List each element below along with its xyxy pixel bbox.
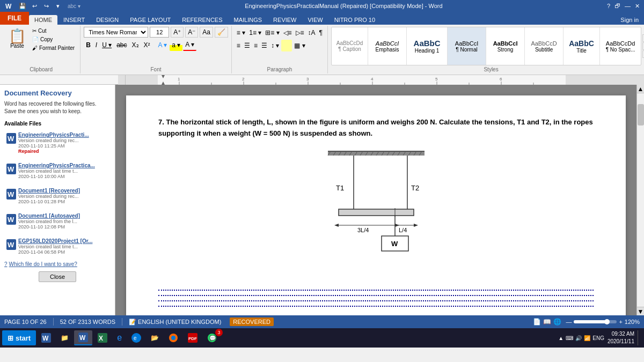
increase-font-btn[interactable]: A⁺ bbox=[171, 27, 184, 38]
file-item-3[interactable]: W Document1 [Recovered] Version created … bbox=[4, 186, 111, 206]
subscript-button[interactable]: X₂ bbox=[130, 39, 141, 51]
style-caption[interactable]: AaBbCcDd ¶ Caption bbox=[332, 27, 368, 65]
taskbar-excel[interactable]: X bbox=[93, 330, 112, 345]
strikethrough-button[interactable]: abc bbox=[114, 39, 129, 51]
tab-file[interactable]: FILE bbox=[0, 12, 29, 25]
close-recovery-btn[interactable]: Close bbox=[39, 271, 76, 282]
copy-button[interactable]: 📄 Copy bbox=[30, 35, 77, 43]
increase-indent-btn[interactable]: ▷≡ bbox=[294, 27, 306, 39]
borders-btn[interactable]: ▦ ▾ bbox=[292, 40, 306, 51]
highlight-button[interactable]: a ▾ bbox=[170, 39, 182, 51]
file-version-5: Version created last time t... bbox=[18, 244, 108, 249]
taskbar-pdf[interactable]: PDF bbox=[184, 330, 202, 345]
scroll-thumb[interactable] bbox=[638, 104, 644, 125]
bold-button[interactable]: B bbox=[84, 39, 93, 51]
tab-home[interactable]: HOME bbox=[29, 15, 57, 25]
style-normal[interactable]: AaBbCcI ¶ Normal bbox=[448, 27, 486, 65]
taskbar-word1[interactable]: W bbox=[37, 330, 55, 345]
clear-format-btn[interactable]: 🧹 bbox=[215, 27, 228, 38]
align-right-btn[interactable]: ≡ bbox=[252, 40, 259, 51]
taskbar-word2[interactable]: W bbox=[74, 330, 92, 345]
style-strong[interactable]: AaBbCcI Strong bbox=[486, 27, 525, 65]
close-btn[interactable]: ✕ bbox=[635, 3, 640, 10]
tab-insert[interactable]: INSERT bbox=[58, 15, 90, 25]
tab-design[interactable]: DESIGN bbox=[91, 15, 124, 25]
edge-taskbar-icon: e bbox=[131, 333, 141, 343]
sort-btn[interactable]: ↕A bbox=[306, 27, 317, 39]
save-quick-btn[interactable]: 💾 bbox=[17, 1, 28, 11]
justify-btn[interactable]: ☰ bbox=[260, 40, 269, 51]
tab-page-layout[interactable]: PAGE LAYOUT bbox=[125, 15, 176, 25]
font-color-button[interactable]: A ▾ bbox=[183, 39, 196, 51]
paste-button[interactable]: 📋 Paste bbox=[5, 27, 29, 51]
web-layout-btn[interactable]: 🌐 bbox=[553, 318, 561, 326]
bullets-btn[interactable]: ≡ ▾ bbox=[235, 27, 247, 39]
underline-button[interactable]: U ▾ bbox=[100, 39, 114, 51]
align-center-btn[interactable]: ☰ bbox=[243, 40, 252, 51]
show-marks-btn[interactable]: ¶ bbox=[318, 27, 324, 39]
style-heading[interactable]: AaBbC Heading 1 bbox=[407, 27, 448, 65]
scroll-down-btn[interactable]: ▼ bbox=[637, 307, 645, 315]
scroll-up-btn[interactable]: ▲ bbox=[637, 85, 645, 93]
line-spacing-btn[interactable]: ↕ ▾ bbox=[269, 40, 281, 51]
file-item-5[interactable]: W EGP150LD2020Project1 [Or... Version cr… bbox=[4, 236, 111, 257]
text-effects-button[interactable]: A ▾ bbox=[156, 39, 170, 51]
tab-mailings[interactable]: MAILINGS bbox=[229, 15, 268, 25]
customize-quick-btn[interactable]: ▾ bbox=[53, 1, 63, 11]
decrease-indent-btn[interactable]: ◁≡ bbox=[282, 27, 294, 39]
taskbar-folder[interactable]: 📁 bbox=[56, 330, 73, 345]
file-item-2[interactable]: W EngineeringPhysicsPractica... Version … bbox=[4, 160, 111, 181]
right-scrollbar[interactable]: ▲ ▼ bbox=[636, 85, 644, 315]
style-title[interactable]: AaBbC Title bbox=[564, 27, 600, 65]
superscript-button[interactable]: X² bbox=[142, 39, 152, 51]
italic-button[interactable]: I bbox=[93, 39, 99, 51]
file-item-4[interactable]: W Document1 [Autosaved] Version created … bbox=[4, 211, 111, 232]
font-size-input[interactable] bbox=[150, 27, 169, 38]
undo-quick-btn[interactable]: ↩ bbox=[29, 1, 40, 11]
horizontal-ruler[interactable]: 1 2 3 4 5 6 bbox=[126, 75, 644, 85]
zoom-in-icon[interactable]: + bbox=[619, 319, 622, 325]
tab-nitro[interactable]: NITRO PRO 10 bbox=[329, 15, 380, 25]
zoom-slider[interactable] bbox=[574, 320, 617, 323]
speaker-icon[interactable]: 🔊 bbox=[575, 335, 582, 341]
tab-references[interactable]: REFERENCES bbox=[177, 15, 228, 25]
start-button[interactable]: ⊞ start bbox=[2, 330, 36, 345]
style-emphasis[interactable]: AaBbCcI Emphasis bbox=[368, 27, 407, 65]
style-subtitle[interactable]: AaBbCcD Subtitle bbox=[525, 27, 564, 65]
print-layout-btn[interactable]: 📄 bbox=[533, 318, 541, 326]
tray-expand-icon[interactable]: ▲ bbox=[558, 335, 564, 341]
align-left-btn[interactable]: ≡ bbox=[235, 40, 242, 51]
sign-in-btn[interactable]: Sign in bbox=[615, 15, 644, 25]
tab-review[interactable]: REVIEW bbox=[268, 15, 302, 25]
show-desktop-btn[interactable] bbox=[638, 330, 640, 345]
numbering-btn[interactable]: 1≡ ▾ bbox=[247, 27, 263, 39]
help-btn[interactable]: ? bbox=[607, 3, 610, 9]
cut-button[interactable]: ✂ Cut bbox=[30, 27, 77, 35]
format-painter-button[interactable]: 🖌 Format Painter bbox=[30, 44, 77, 52]
restore-btn[interactable]: 🗗 bbox=[614, 3, 620, 9]
network-icon[interactable]: 📶 bbox=[584, 335, 590, 341]
minimize-btn[interactable]: — bbox=[625, 3, 631, 9]
which-file-link[interactable]: ? Which file do I want to save? bbox=[4, 261, 111, 267]
decrease-font-btn[interactable]: A⁻ bbox=[185, 27, 198, 38]
redo-quick-btn[interactable]: ↪ bbox=[41, 1, 52, 11]
full-read-btn[interactable]: 📖 bbox=[543, 318, 551, 326]
multilevel-btn[interactable]: ⊞≡ ▾ bbox=[264, 27, 281, 39]
taskbar-ie[interactable]: e bbox=[113, 330, 126, 345]
style-no-space[interactable]: AaBbCcDd ¶ No Spac... bbox=[600, 27, 641, 65]
zoom-out-icon[interactable]: — bbox=[566, 319, 572, 325]
file-item-1[interactable]: W EngineeringPhysicsPracti... Version cr… bbox=[4, 130, 111, 156]
document-area[interactable]: 7. The horizontal stick of length, L, sh… bbox=[115, 85, 636, 315]
file-name-1: EngineeringPhysicsPracti... bbox=[18, 132, 108, 138]
taskbar-chat[interactable]: 💬 3 bbox=[203, 330, 221, 345]
taskbar-clock[interactable]: 09:32 AM 2020/11/11 bbox=[608, 330, 634, 345]
shading-btn[interactable] bbox=[281, 40, 292, 51]
taskbar-explorer2[interactable]: 📂 bbox=[147, 330, 163, 345]
zoom-thumb[interactable] bbox=[604, 319, 610, 324]
taskbar-edge[interactable]: e bbox=[127, 330, 145, 345]
ribbon-tabs-bar: FILE HOME INSERT DESIGN PAGE LAYOUT REFE… bbox=[0, 12, 644, 25]
taskbar-firefox[interactable] bbox=[164, 330, 182, 345]
tab-view[interactable]: VIEW bbox=[303, 15, 328, 25]
font-name-select[interactable]: Times New Roman bbox=[84, 27, 148, 38]
change-case-btn[interactable]: Aa bbox=[200, 27, 213, 38]
